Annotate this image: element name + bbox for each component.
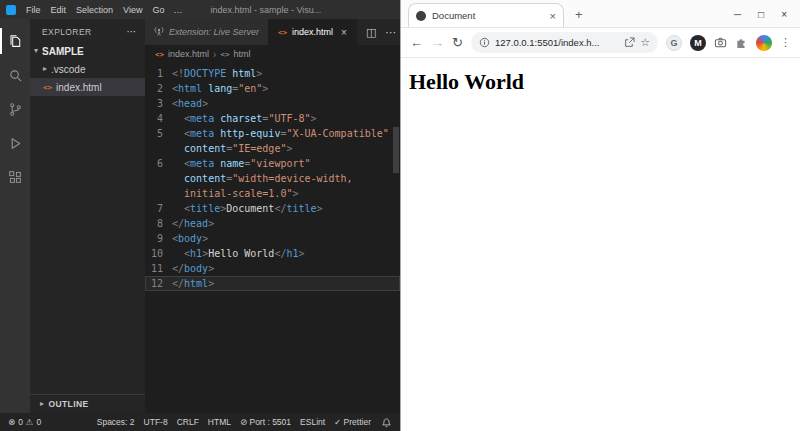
code-line[interactable]: 12</html> bbox=[145, 276, 400, 291]
tab-close-icon[interactable]: × bbox=[341, 27, 347, 38]
menu-view[interactable]: View bbox=[118, 5, 147, 15]
url-text[interactable]: 127.0.0.1:5501/index.h... bbox=[495, 37, 619, 48]
code-line[interactable]: 4 <meta charset="UTF-8"> bbox=[145, 111, 400, 126]
code-line[interactable]: 7 <title>Document</title> bbox=[145, 201, 400, 216]
vscode-logo-icon bbox=[6, 5, 16, 15]
menu-overflow-button[interactable]: … bbox=[169, 5, 186, 15]
browser-window: Document × + ─ □ × ← → ↻ 127.0.0.1:5501/… bbox=[400, 0, 800, 431]
code-area[interactable]: 1<!DOCTYPE html>2<html lang="en">3<head>… bbox=[145, 63, 400, 413]
problems-indicator[interactable]: ⊗ 0 ⚠ 0 bbox=[8, 417, 41, 427]
sidebar-spacer bbox=[30, 96, 145, 394]
line-number: 10 bbox=[145, 246, 172, 261]
folder-vscode[interactable]: ▸ .vscode bbox=[30, 60, 145, 78]
camera-extension-icon[interactable] bbox=[714, 36, 727, 49]
editor-group: Extension: Live Server <> index.html × ◫… bbox=[145, 19, 400, 413]
explorer-icon[interactable] bbox=[0, 24, 30, 58]
share-icon[interactable] bbox=[624, 37, 635, 48]
maximize-button[interactable]: □ bbox=[758, 9, 764, 20]
editor-scrollbar[interactable] bbox=[393, 127, 399, 173]
error-icon: ⊗ bbox=[8, 417, 15, 427]
html-file-icon: <> bbox=[155, 50, 164, 59]
code-line[interactable]: 1<!DOCTYPE html> bbox=[145, 66, 400, 81]
status-item[interactable]: ESLint bbox=[300, 417, 325, 427]
live-server-icon bbox=[154, 26, 164, 38]
new-tab-button[interactable]: + bbox=[575, 7, 583, 22]
code-line[interactable]: 11</body> bbox=[145, 261, 400, 276]
tab-close-icon[interactable]: × bbox=[550, 10, 556, 22]
tab-index-html[interactable]: <> index.html × bbox=[269, 19, 357, 45]
outline-section[interactable]: ▸ OUTLINE bbox=[30, 394, 145, 413]
menu-selection[interactable]: Selection bbox=[71, 5, 118, 15]
window-title: index.html - sample - Visu... bbox=[210, 5, 321, 15]
browser-toolbar: ← → ↻ 127.0.0.1:5501/index.h... ☆ G M bbox=[401, 28, 800, 58]
tab-index-html-label: index.html bbox=[292, 27, 333, 37]
status-item[interactable]: CRLF bbox=[177, 417, 199, 427]
html-symbol-icon: <> bbox=[220, 50, 229, 59]
explorer-actions-icon[interactable]: ⋯ bbox=[127, 26, 137, 37]
code-line[interactable]: 8</head> bbox=[145, 216, 400, 231]
line-number: 1 bbox=[145, 66, 172, 81]
code-line[interactable]: initial-scale=1.0"> bbox=[145, 186, 400, 201]
refresh-button[interactable]: ↻ bbox=[452, 36, 463, 49]
extensions-puzzle-icon[interactable] bbox=[735, 36, 748, 49]
browser-tab[interactable]: Document × bbox=[408, 3, 564, 27]
folder-sample-label: SAMPLE bbox=[42, 46, 84, 57]
menu-go[interactable]: Go bbox=[147, 5, 169, 15]
status-item[interactable]: HTML bbox=[208, 417, 231, 427]
extension-icon-m[interactable]: M bbox=[690, 35, 706, 51]
favicon-globe-icon bbox=[416, 11, 426, 21]
extensions-icon[interactable] bbox=[0, 160, 30, 194]
code-line[interactable]: 9<body> bbox=[145, 231, 400, 246]
address-bar[interactable]: 127.0.0.1:5501/index.h... ☆ bbox=[471, 32, 658, 53]
error-count: 0 bbox=[18, 417, 23, 427]
menu-edit[interactable]: Edit bbox=[46, 5, 72, 15]
back-button[interactable]: ← bbox=[410, 36, 423, 49]
code-line[interactable]: 2<html lang="en"> bbox=[145, 81, 400, 96]
breadcrumb-file[interactable]: index.html bbox=[168, 49, 209, 59]
status-item[interactable]: ✓ Prettier bbox=[334, 417, 371, 427]
status-item[interactable]: ⊘ Port : 5501 bbox=[240, 417, 291, 427]
split-editor-icon[interactable]: ◫ bbox=[366, 26, 376, 39]
breadcrumb-node[interactable]: html bbox=[233, 49, 250, 59]
forward-button[interactable]: → bbox=[431, 36, 444, 49]
source-control-icon[interactable] bbox=[0, 92, 30, 126]
line-number bbox=[145, 171, 172, 186]
screen: FileEditSelectionViewGo … index.html - s… bbox=[0, 0, 800, 431]
bell-icon[interactable] bbox=[381, 417, 392, 428]
code-line[interactable]: 3<head> bbox=[145, 96, 400, 111]
menu-file[interactable]: File bbox=[21, 5, 46, 15]
favorite-star-icon[interactable]: ☆ bbox=[640, 37, 650, 48]
line-number: 3 bbox=[145, 96, 172, 111]
status-item[interactable]: UTF-8 bbox=[144, 417, 168, 427]
code-line[interactable]: 5 <meta http-equiv="X-UA-Compatible" bbox=[145, 126, 400, 141]
vscode-titlebar: FileEditSelectionViewGo … index.html - s… bbox=[0, 0, 400, 19]
run-debug-icon[interactable] bbox=[0, 126, 30, 160]
browser-menu-icon[interactable]: ⋮ bbox=[780, 36, 791, 49]
tab-live-server[interactable]: Extension: Live Server bbox=[145, 19, 269, 45]
line-number: 6 bbox=[145, 156, 172, 171]
file-index-html[interactable]: <> index.html bbox=[30, 78, 145, 96]
code-line[interactable]: content="IE=edge"> bbox=[145, 141, 400, 156]
vscode-window: FileEditSelectionViewGo … index.html - s… bbox=[0, 0, 400, 431]
code-line[interactable]: content="width=device-width, bbox=[145, 171, 400, 186]
status-bar: ⊗ 0 ⚠ 0 Spaces: 2UTF-8CRLFHTML⊘ Port : 5… bbox=[0, 413, 400, 431]
warning-icon: ⚠ bbox=[26, 417, 34, 427]
code-line[interactable]: 6 <meta name="viewport" bbox=[145, 156, 400, 171]
search-icon[interactable] bbox=[0, 58, 30, 92]
explorer-title: EXPLORER bbox=[42, 27, 92, 37]
line-number: 4 bbox=[145, 111, 172, 126]
activity-bar bbox=[0, 19, 30, 413]
code-line[interactable]: 10 <h1>Hello World</h1> bbox=[145, 246, 400, 261]
profile-avatar[interactable] bbox=[756, 35, 772, 51]
site-info-icon[interactable] bbox=[479, 37, 490, 48]
close-button[interactable]: × bbox=[781, 9, 787, 20]
breadcrumb: <> index.html › <> html bbox=[145, 45, 400, 63]
browser-tab-title: Document bbox=[432, 10, 544, 21]
extension-icon-g[interactable]: G bbox=[666, 35, 682, 51]
status-right: Spaces: 2UTF-8CRLFHTML⊘ Port : 5501ESLin… bbox=[97, 417, 371, 427]
editor-more-icon[interactable]: ⋯ bbox=[385, 26, 396, 39]
folder-sample[interactable]: ▾ SAMPLE bbox=[30, 42, 145, 60]
page-heading: Hello World bbox=[409, 69, 800, 95]
status-item[interactable]: Spaces: 2 bbox=[97, 417, 135, 427]
minimize-button[interactable]: ─ bbox=[734, 9, 741, 20]
